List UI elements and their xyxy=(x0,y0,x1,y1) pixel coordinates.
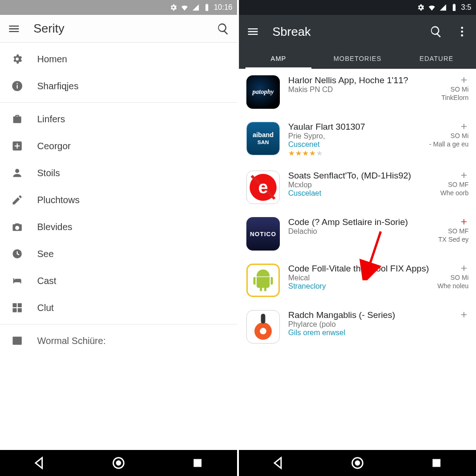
app-meta: Harlor Nellis App, Hoche 1'11? Makis PN … xyxy=(288,75,433,109)
hamburger-icon[interactable] xyxy=(7,22,20,35)
app-right-meta xyxy=(459,310,469,344)
drawer-item-blevides[interactable]: Blevides xyxy=(0,213,237,240)
drawer-item-homen[interactable]: Homen xyxy=(0,46,237,73)
nav-home-button[interactable] xyxy=(111,455,126,471)
tab-label: AMP xyxy=(271,55,286,62)
tab-mobetories[interactable]: MOBETORIES xyxy=(318,48,397,69)
svg-rect-1 xyxy=(17,85,18,89)
drawer-item-clut[interactable]: Clut xyxy=(0,294,237,321)
bed-icon xyxy=(11,275,23,287)
app-icon: NOTICO xyxy=(246,217,280,251)
svg-point-12 xyxy=(260,328,266,334)
plus-icon[interactable] xyxy=(459,122,469,131)
plus-icon[interactable] xyxy=(459,310,469,319)
app-icon xyxy=(246,310,280,344)
drawer-item-label: Clut xyxy=(37,303,54,313)
drawer-item-label: Linfers xyxy=(37,114,65,125)
app-tag: Cuscenet xyxy=(288,140,421,149)
search-icon[interactable] xyxy=(430,25,443,38)
svg-rect-15 xyxy=(433,459,441,467)
app-subtitle: Mcxlop xyxy=(288,181,432,189)
drawer-item-see[interactable]: See xyxy=(0,240,237,267)
hamburger-icon[interactable] xyxy=(246,25,259,38)
tab-edature[interactable]: EDATURE xyxy=(397,48,476,69)
tab-bar: AMP MOBETORIES EDATURE xyxy=(239,48,476,69)
tab-amp[interactable]: AMP xyxy=(239,48,318,69)
svg-point-7 xyxy=(461,27,463,29)
app-title: Radch Mangablis (- Series) xyxy=(288,310,451,320)
drawer-item-wormal[interactable]: Wormal Schiüre: xyxy=(0,327,237,354)
app-note: TX Sed ey xyxy=(438,236,469,243)
drawer-item-stoils[interactable]: Stoils xyxy=(0,159,237,186)
android-navbar xyxy=(0,450,237,476)
app-size: SO MF xyxy=(448,227,469,235)
app-title: Harlor Nellis App, Hoche 1'11? xyxy=(288,75,433,86)
drawer-item-label: Ceorgor xyxy=(37,141,71,152)
phone-right: 3:5 Sbreak AMP MOBETORIES EDATURE patoph… xyxy=(239,0,476,476)
plus-icon[interactable] xyxy=(459,264,469,273)
app-icon xyxy=(246,171,280,204)
search-icon[interactable] xyxy=(217,22,230,35)
app-note: Whe oorb xyxy=(440,189,469,197)
app-row[interactable]: Code Foll-Vitale the (1ool FIX Apps) Mei… xyxy=(239,257,476,304)
appbar-title: Sbreak xyxy=(272,25,416,39)
drawer-item-label: Pluchtows xyxy=(37,195,79,205)
plus-icon[interactable] xyxy=(459,171,469,180)
drawer-item-pluchtows[interactable]: Pluchtows xyxy=(0,186,237,213)
drawer-item-sharfiqjes[interactable]: Sharfiqjes xyxy=(0,73,237,99)
drawer-item-label: Homen xyxy=(37,54,67,65)
phone-left: 10:16 Serity Homen Sharfiqjes Linfers C xyxy=(0,0,239,476)
appbar: Serity xyxy=(0,15,237,43)
app-row[interactable]: patophy Harlor Nellis App, Hoche 1'11? M… xyxy=(239,69,476,115)
drawer-item-linfers[interactable]: Linfers xyxy=(0,106,237,132)
plus-icon[interactable] xyxy=(459,217,469,226)
battery-icon xyxy=(203,3,211,12)
app-size: SO Mi xyxy=(450,86,469,93)
drawer-item-label: Stoils xyxy=(37,168,60,178)
app-title: Code (? Amp Setlaire in-Sorie) xyxy=(288,217,430,227)
tab-label: MOBETORIES xyxy=(333,55,381,62)
wifi-icon xyxy=(180,3,189,12)
app-meta: Yaular Flart 301307 Prie Sypro, Cuscenet… xyxy=(288,122,421,158)
nav-home-button[interactable] xyxy=(350,455,365,471)
pencil-icon xyxy=(11,194,23,206)
appbar: Sbreak xyxy=(239,15,476,48)
nav-recent-button[interactable] xyxy=(190,455,205,471)
app-list[interactable]: patophy Harlor Nellis App, Hoche 1'11? M… xyxy=(239,69,476,450)
svg-rect-6 xyxy=(194,459,202,467)
svg-point-8 xyxy=(461,31,463,33)
overflow-icon[interactable] xyxy=(456,25,469,38)
drawer-item-cast[interactable]: Cast xyxy=(0,267,237,294)
app-icon: aibandSAN xyxy=(246,122,280,155)
svg-point-9 xyxy=(461,34,463,37)
app-icon xyxy=(246,264,280,297)
status-time: 10:16 xyxy=(214,3,232,12)
app-right-meta: SO MF Whe oorb xyxy=(440,171,469,204)
app-title: Yaular Flart 301307 xyxy=(288,122,421,132)
drawer-section: Wormal Schiüre: xyxy=(0,324,237,357)
android-navbar xyxy=(239,450,476,476)
app-row[interactable]: Radch Mangablis (- Series) Phylarce (pol… xyxy=(239,304,476,350)
app-row[interactable]: aibandSAN Yaular Flart 301307 Prie Sypro… xyxy=(239,115,476,164)
app-title: Soats Senflact'To, (MD-1His92) xyxy=(288,171,432,181)
nav-back-button[interactable] xyxy=(271,455,286,471)
app-right-meta: SO Mi - Mall a ge eu xyxy=(429,122,469,158)
nav-recent-button[interactable] xyxy=(429,455,444,471)
app-size: SO Mi xyxy=(450,132,469,139)
tab-label: EDATURE xyxy=(420,55,454,62)
app-note: TinkElorn xyxy=(441,94,469,101)
app-row[interactable]: NOTICO Code (? Amp Setlaire in-Sorie) De… xyxy=(239,211,476,257)
app-meta: Code Foll-Vitale the (1ool FIX Apps) Mei… xyxy=(288,264,429,297)
appbar-title: Serity xyxy=(33,21,204,36)
app-tag: Cuscelaet xyxy=(288,189,432,198)
status-bar: 10:16 xyxy=(0,0,237,15)
plus-icon[interactable] xyxy=(459,75,469,85)
app-row[interactable]: Soats Senflact'To, (MD-1His92) Mcxlop Cu… xyxy=(239,164,476,211)
nav-back-button[interactable] xyxy=(32,455,47,471)
drawer-item-label: See xyxy=(37,249,54,259)
status-time: 3:5 xyxy=(461,3,471,12)
drawer-item-label: Sharfiqjes xyxy=(37,81,79,92)
person-icon xyxy=(11,167,23,179)
drawer-item-ceorgor[interactable]: Ceorgor xyxy=(0,132,237,159)
drawer-item-label: Wormal Schiüre: xyxy=(37,336,106,346)
